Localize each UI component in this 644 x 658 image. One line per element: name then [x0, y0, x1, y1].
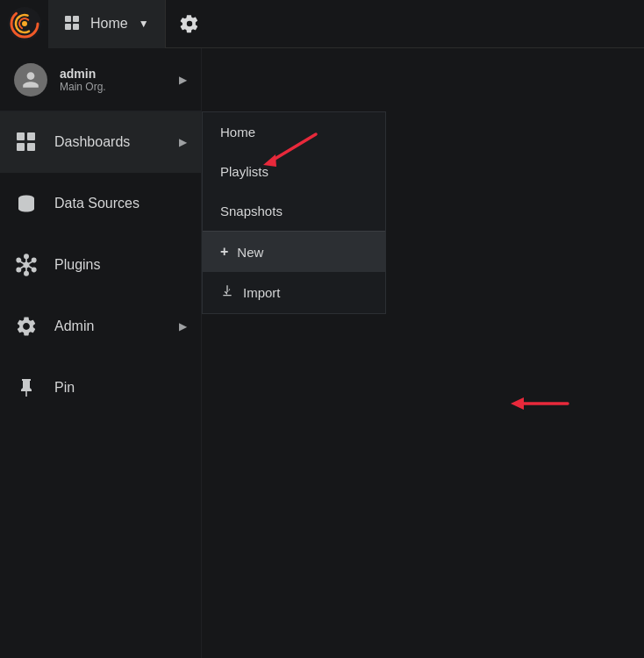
- home-menu-button[interactable]: Home ▼: [48, 0, 166, 48]
- submenu-label-new: New: [237, 245, 263, 260]
- svg-point-17: [17, 268, 20, 271]
- grafana-logo-icon: [8, 7, 41, 40]
- data-sources-icon: [14, 193, 39, 214]
- admin-chevron-icon: ▶: [179, 320, 187, 333]
- svg-rect-5: [65, 16, 71, 22]
- submenu-item-snapshots[interactable]: Snapshots: [203, 191, 385, 231]
- dashboards-grid-icon: [16, 132, 37, 153]
- user-avatar-icon: [21, 70, 40, 89]
- svg-rect-9: [17, 132, 25, 140]
- admin-gear-icon: [15, 315, 38, 338]
- avatar: [14, 63, 47, 97]
- submenu-label-playlists: Playlists: [220, 164, 268, 179]
- pin-icon: [14, 377, 39, 398]
- sidebar-label-dashboards: Dashboards: [54, 134, 130, 150]
- submenu-label-snapshots: Snapshots: [220, 204, 283, 218]
- home-grid-icon: [64, 15, 82, 32]
- svg-line-24: [28, 261, 32, 263]
- admin-icon: [14, 315, 39, 338]
- svg-rect-6: [73, 16, 79, 22]
- submenu-item-import[interactable]: Import: [203, 272, 385, 313]
- sidebar-item-data-sources[interactable]: Data Sources: [0, 173, 201, 234]
- svg-marker-30: [511, 397, 524, 410]
- svg-point-20: [25, 272, 28, 275]
- plus-icon: +: [220, 244, 228, 260]
- sidebar-label-admin: Admin: [54, 318, 94, 334]
- user-info: admin Main Org.: [60, 67, 167, 93]
- dashboards-submenu: Home Playlists Snapshots + New Import: [202, 111, 386, 314]
- home-chevron-icon: ▼: [139, 18, 149, 30]
- svg-line-25: [20, 266, 24, 268]
- submenu-item-new[interactable]: + New: [203, 232, 385, 272]
- import-download-icon: [220, 284, 234, 298]
- dashboards-chevron-icon: ▶: [179, 136, 187, 148]
- svg-point-16: [32, 258, 36, 261]
- topbar: Home ▼: [0, 0, 644, 48]
- svg-rect-7: [65, 24, 71, 30]
- svg-rect-11: [17, 143, 25, 151]
- sidebar-item-dashboards[interactable]: Dashboards ▶: [0, 111, 201, 173]
- svg-point-19: [25, 254, 28, 258]
- svg-rect-12: [27, 143, 35, 151]
- home-label: Home: [90, 16, 128, 32]
- plugins-icon: [14, 254, 39, 276]
- gear-icon: [180, 14, 199, 33]
- download-icon: [220, 284, 234, 301]
- pin-svg-icon: [16, 377, 37, 398]
- svg-point-18: [32, 268, 36, 271]
- red-arrow-new-svg: [506, 386, 576, 421]
- user-profile-section[interactable]: admin Main Org. ▶: [0, 48, 201, 111]
- user-chevron-icon: ▶: [179, 74, 187, 86]
- svg-line-26: [28, 266, 32, 268]
- sidebar-item-plugins[interactable]: Plugins: [0, 234, 201, 296]
- username: admin: [60, 67, 167, 81]
- plugins-node-icon: [15, 254, 38, 276]
- sidebar-label-pin: Pin: [54, 380, 75, 396]
- submenu-label-import: Import: [243, 285, 281, 300]
- svg-line-23: [20, 261, 24, 263]
- svg-point-14: [24, 262, 28, 267]
- app-logo[interactable]: [0, 0, 48, 48]
- svg-rect-10: [27, 132, 35, 140]
- svg-point-15: [17, 258, 20, 261]
- user-org: Main Org.: [60, 81, 167, 93]
- settings-button[interactable]: [166, 0, 214, 48]
- submenu-item-home[interactable]: Home: [203, 112, 385, 152]
- submenu-item-playlists[interactable]: Playlists: [203, 152, 385, 191]
- svg-point-4: [22, 21, 27, 26]
- sidebar-item-pin[interactable]: Pin: [0, 357, 201, 418]
- svg-rect-8: [73, 24, 79, 30]
- sidebar-label-data-sources: Data Sources: [54, 196, 140, 211]
- dashboards-icon: [14, 132, 39, 153]
- red-arrow-new: [506, 386, 576, 425]
- database-icon: [16, 193, 37, 214]
- sidebar-item-admin[interactable]: Admin ▶: [0, 296, 201, 357]
- sidebar: admin Main Org. ▶ Dashboards ▶ Da: [0, 48, 202, 658]
- submenu-label-home: Home: [220, 125, 255, 139]
- sidebar-label-plugins: Plugins: [54, 257, 100, 273]
